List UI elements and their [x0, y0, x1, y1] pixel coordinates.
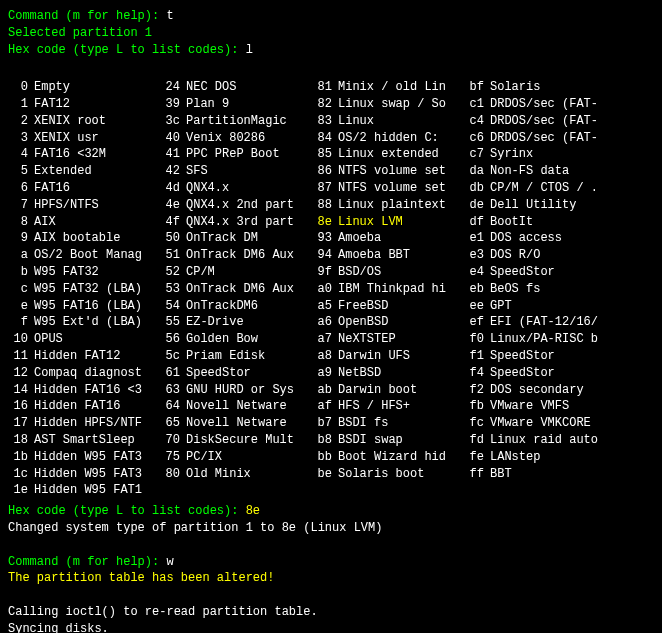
- hex-name: BBT: [490, 466, 616, 483]
- hex-code: c7: [464, 146, 490, 163]
- hex-code: 11: [8, 348, 34, 365]
- table-row: 0Empty24NEC DOS81Minix / old LinbfSolari…: [8, 79, 616, 96]
- hex-code: fb: [464, 398, 490, 415]
- hex-name: BSDI swap: [338, 432, 464, 449]
- hex-code: f4: [464, 365, 490, 382]
- table-row: 8AIX4fQNX4.x 3rd part8eLinux LVMdfBootIt: [8, 214, 616, 231]
- hex-code: a: [8, 247, 34, 264]
- hex-code: 82: [312, 96, 338, 113]
- hex-code: 3c: [160, 113, 186, 130]
- hex-name: OnTrackDM6: [186, 298, 312, 315]
- hex-name: Amoeba BBT: [338, 247, 464, 264]
- hex-name: Non-FS data: [490, 163, 616, 180]
- hex-name: Hidden FAT16: [34, 398, 160, 415]
- hex-name: FAT16: [34, 180, 160, 197]
- hex-code: 9f: [312, 264, 338, 281]
- blank-line-2: [8, 537, 654, 554]
- hex-code: 0: [8, 79, 34, 96]
- table-row: 5Extended42SFS86NTFS volume setdaNon-FS …: [8, 163, 616, 180]
- hex-name: NetBSD: [338, 365, 464, 382]
- hex-name: Linux swap / So: [338, 96, 464, 113]
- hex-code: 52: [160, 264, 186, 281]
- hex-code: 3: [8, 130, 34, 147]
- hex-name: SFS: [186, 163, 312, 180]
- hex-name: OnTrack DM6 Aux: [186, 281, 312, 298]
- hex-code: 4e: [160, 197, 186, 214]
- hex-name: IBM Thinkpad hi: [338, 281, 464, 298]
- hex-name: NTFS volume set: [338, 163, 464, 180]
- hex-code: 88: [312, 197, 338, 214]
- hex-code: fe: [464, 449, 490, 466]
- hex-code: 8e: [312, 214, 338, 231]
- table-row: 7HPFS/NTFS4eQNX4.x 2nd part88Linux plain…: [8, 197, 616, 214]
- hex-name: Novell Netware: [186, 398, 312, 415]
- hex-code: 17: [8, 415, 34, 432]
- table-row: 10OPUS56Golden Bowa7NeXTSTEPf0Linux/PA-R…: [8, 331, 616, 348]
- hex-code: [464, 482, 490, 499]
- hex-name: SpeedStor: [186, 365, 312, 382]
- hex-prompt-line-1: Hex code (type L to list codes): l: [8, 42, 654, 59]
- hex-code: db: [464, 180, 490, 197]
- table-row: 17Hidden HPFS/NTF65Novell Netwareb7BSDI …: [8, 415, 616, 432]
- hex-code: 16: [8, 398, 34, 415]
- hex-name: Linux extended: [338, 146, 464, 163]
- hex-code: 50: [160, 230, 186, 247]
- hex-name: DiskSecure Mult: [186, 432, 312, 449]
- hex-name: [490, 482, 616, 499]
- table-row: 6FAT164dQNX4.x87NTFS volume setdbCP/M / …: [8, 180, 616, 197]
- hex-name: OS/2 hidden C:: [338, 130, 464, 147]
- hex-name: VMware VMKCORE: [490, 415, 616, 432]
- hex-code: 53: [160, 281, 186, 298]
- hex-code: df: [464, 214, 490, 231]
- table-row: 11Hidden FAT125cPriam Ediska8Darwin UFSf…: [8, 348, 616, 365]
- hex-code: 80: [160, 466, 186, 483]
- table-row: 1eHidden W95 FAT1: [8, 482, 616, 499]
- hex-name: Darwin boot: [338, 382, 464, 399]
- table-row: aOS/2 Boot Manag51OnTrack DM6 Aux94Amoeb…: [8, 247, 616, 264]
- sync-msg: Syncing disks.: [8, 621, 654, 633]
- hex-code: ee: [464, 298, 490, 315]
- hex-code: e3: [464, 247, 490, 264]
- hex-name: Hidden FAT16 <3: [34, 382, 160, 399]
- hex-code: 8: [8, 214, 34, 231]
- hex-name: GNU HURD or Sys: [186, 382, 312, 399]
- hex-code: af: [312, 398, 338, 415]
- table-row: 1FAT1239Plan 982Linux swap / Soc1DRDOS/s…: [8, 96, 616, 113]
- hex-code: b8: [312, 432, 338, 449]
- hex-name: SpeedStor: [490, 348, 616, 365]
- hex-name: Plan 9: [186, 96, 312, 113]
- hex-name: Solaris: [490, 79, 616, 96]
- hex-code: b: [8, 264, 34, 281]
- hex-code: f: [8, 314, 34, 331]
- ioctl-msg: Calling ioctl() to re-read partition tab…: [8, 604, 654, 621]
- hex-code: a5: [312, 298, 338, 315]
- hex-name: OnTrack DM: [186, 230, 312, 247]
- table-row: 3XENIX usr40Venix 8028684OS/2 hidden C:c…: [8, 130, 616, 147]
- hex-name: DOS access: [490, 230, 616, 247]
- table-row: 12Compaq diagnost61SpeedStora9NetBSDf4Sp…: [8, 365, 616, 382]
- hex-name: LANstep: [490, 449, 616, 466]
- hex-name: DRDOS/sec (FAT-: [490, 113, 616, 130]
- hex-code: de: [464, 197, 490, 214]
- hex-name: W95 FAT16 (LBA): [34, 298, 160, 315]
- hex-name: PartitionMagic: [186, 113, 312, 130]
- hex-code: a6: [312, 314, 338, 331]
- input-t: t: [166, 9, 173, 23]
- hex-code: bb: [312, 449, 338, 466]
- hex-code: be: [312, 466, 338, 483]
- hex-code: 94: [312, 247, 338, 264]
- table-row: fW95 Ext'd (LBA)55EZ-Drivea6OpenBSDefEFI…: [8, 314, 616, 331]
- hex-code: eb: [464, 281, 490, 298]
- hex-name: Darwin UFS: [338, 348, 464, 365]
- hex-code: 64: [160, 398, 186, 415]
- hex-code: a7: [312, 331, 338, 348]
- hex-name: FAT12: [34, 96, 160, 113]
- hex-name: Minix / old Lin: [338, 79, 464, 96]
- hex-code: 75: [160, 449, 186, 466]
- hex-name: W95 Ext'd (LBA): [34, 314, 160, 331]
- hex-name: Hidden HPFS/NTF: [34, 415, 160, 432]
- input-w: w: [166, 555, 173, 569]
- command-prompt-text: Command (m for help):: [8, 9, 166, 23]
- hex-name: Dell Utility: [490, 197, 616, 214]
- hex-name: AST SmartSleep: [34, 432, 160, 449]
